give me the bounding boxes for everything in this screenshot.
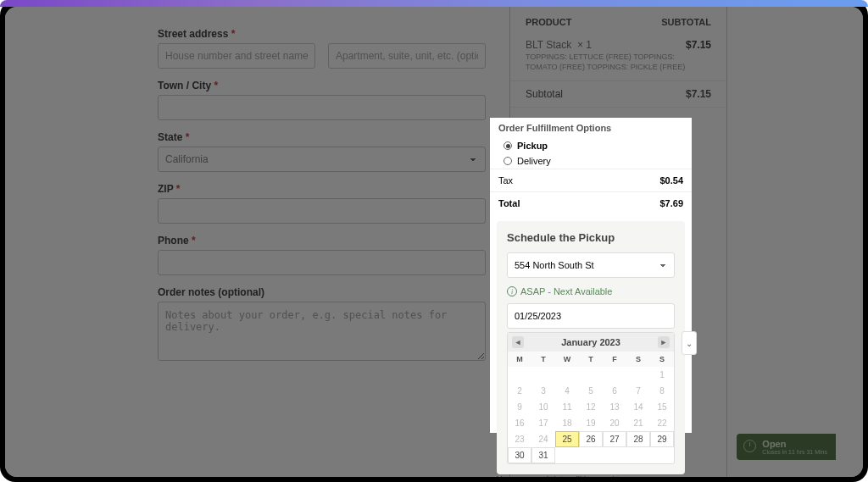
delivery-label: Delivery: [517, 156, 551, 166]
calendar-days: 1234567891011121314151617181920212223242…: [508, 367, 674, 463]
subtotal-header: SUBTOTAL: [661, 17, 711, 27]
calendar-day: [531, 367, 555, 383]
asap-link[interactable]: i ASAP - Next Available: [507, 286, 675, 296]
calendar-day: [579, 367, 603, 383]
calendar-weekday: F: [603, 352, 626, 367]
calendar-day[interactable]: 29: [650, 431, 674, 447]
clock-icon: [743, 440, 756, 452]
fulfillment-header: Order Fulfillment Options: [490, 118, 692, 138]
calendar-weekday: T: [531, 352, 555, 367]
checkout-layout: Street address * Town / City * State * C…: [5, 7, 863, 477]
calendar: ◄ January 2023 ► MTWTFSS 123456789101112…: [507, 332, 675, 464]
town-input[interactable]: [158, 95, 486, 120]
calendar-day: 21: [626, 415, 650, 431]
calendar-weekday: W: [555, 352, 579, 367]
state-label: State *: [158, 131, 486, 143]
calendar-day: 8: [650, 383, 674, 399]
open-sublabel: Closes in 11 hrs 31 Mins: [762, 449, 827, 455]
schedule-box: Schedule the Pickup 554 North South St i…: [497, 221, 685, 474]
calendar-day: 19: [579, 415, 603, 431]
street-input[interactable]: [158, 43, 315, 69]
calendar-day: 4: [555, 383, 579, 399]
total-row: Total $7.69: [490, 191, 692, 214]
calendar-day[interactable]: 28: [626, 431, 650, 447]
calendar-day[interactable]: 30: [508, 447, 531, 463]
calendar-month: January 2023: [561, 337, 620, 347]
calendar-day: 24: [531, 431, 555, 447]
calendar-day: 10: [531, 399, 555, 415]
gradient-accent: [0, 0, 868, 7]
calendar-day: 2: [508, 383, 531, 399]
pickup-label: Pickup: [517, 141, 548, 151]
item-price: $7.15: [686, 39, 711, 51]
apartment-input[interactable]: [328, 43, 486, 69]
tax-row: Tax $0.54: [490, 169, 692, 191]
order-notes-input[interactable]: [158, 302, 486, 361]
calendar-day[interactable]: 25: [555, 431, 579, 447]
calendar-day[interactable]: 31: [531, 447, 555, 463]
calendar-weekday: M: [508, 352, 531, 367]
line-item: BLT Stack × 1 $7.15 TOPPINGS: LETTUCE (F…: [510, 36, 726, 81]
calendar-weekday: S: [626, 352, 650, 367]
phone-input[interactable]: [158, 250, 486, 275]
calendar-day: 13: [603, 399, 626, 415]
calendar-day: 15: [650, 399, 674, 415]
subtotal-row: Subtotal $7.15: [510, 81, 726, 108]
billing-form: Street address * Town / City * State * C…: [5, 7, 509, 477]
calendar-day: 23: [508, 431, 531, 447]
screen: Street address * Town / City * State * C…: [5, 7, 863, 477]
calendar-weekday: S: [650, 352, 674, 367]
calendar-day: 11: [555, 399, 579, 415]
calendar-day: 20: [603, 415, 626, 431]
time-select-chevron-icon[interactable]: ⌄: [682, 331, 697, 355]
calendar-day: 14: [626, 399, 650, 415]
calendar-day: 1: [650, 367, 674, 383]
calendar-day[interactable]: 27: [603, 431, 626, 447]
calendar-prev-icon[interactable]: ◄: [512, 336, 524, 348]
schedule-title: Schedule the Pickup: [507, 231, 675, 244]
calendar-day: 3: [531, 383, 555, 399]
product-header: PRODUCT: [526, 17, 571, 27]
calendar-day[interactable]: 26: [579, 431, 603, 447]
calendar-day: 18: [555, 415, 579, 431]
calendar-day: 17: [531, 415, 555, 431]
notes-label: Order notes (optional): [158, 286, 486, 298]
calendar-day: 7: [626, 383, 650, 399]
info-icon: i: [507, 286, 517, 296]
device-frame: Street address * Town / City * State * C…: [0, 0, 868, 482]
item-qty: × 1: [577, 39, 592, 51]
calendar-next-icon[interactable]: ►: [658, 336, 670, 348]
pickup-radio[interactable]: Pickup: [490, 138, 692, 153]
item-name: BLT Stack: [526, 39, 571, 51]
street-label: Street address *: [158, 28, 486, 40]
toppings-line: TOPPINGS: LETTUCE (FREE) TOPPINGS: TOMAT…: [526, 53, 711, 72]
phone-label: Phone *: [158, 235, 486, 247]
calendar-day: 12: [579, 399, 603, 415]
radio-unchecked-icon: [504, 157, 512, 165]
calendar-day: 9: [508, 399, 531, 415]
calendar-day: 22: [650, 415, 674, 431]
calendar-day: 5: [579, 383, 603, 399]
zip-label: ZIP *: [158, 183, 486, 195]
calendar-day: 16: [508, 415, 531, 431]
calendar-day: [603, 367, 626, 383]
location-select[interactable]: 554 North South St: [507, 252, 675, 278]
zip-input[interactable]: [158, 198, 486, 224]
calendar-day: [626, 367, 650, 383]
open-label: Open: [762, 439, 827, 449]
calendar-weekday: T: [579, 352, 603, 367]
calendar-weekdays: MTWTFSS: [508, 352, 674, 367]
calendar-header: ◄ January 2023 ►: [508, 333, 674, 352]
open-status-badge[interactable]: Open Closes in 11 hrs 31 Mins: [737, 434, 836, 460]
calendar-day: 6: [603, 383, 626, 399]
privacy-note: Your personal data will be used to proce…: [497, 474, 683, 477]
date-input[interactable]: [507, 303, 675, 329]
fulfillment-panel: Order Fulfillment Options Pickup Deliver…: [490, 118, 692, 433]
calendar-day: [555, 367, 579, 383]
state-select[interactable]: California: [158, 147, 486, 172]
calendar-day: [508, 367, 531, 383]
town-label: Town / City *: [158, 80, 486, 91]
delivery-radio[interactable]: Delivery: [490, 153, 692, 169]
radio-checked-icon: [504, 141, 512, 150]
